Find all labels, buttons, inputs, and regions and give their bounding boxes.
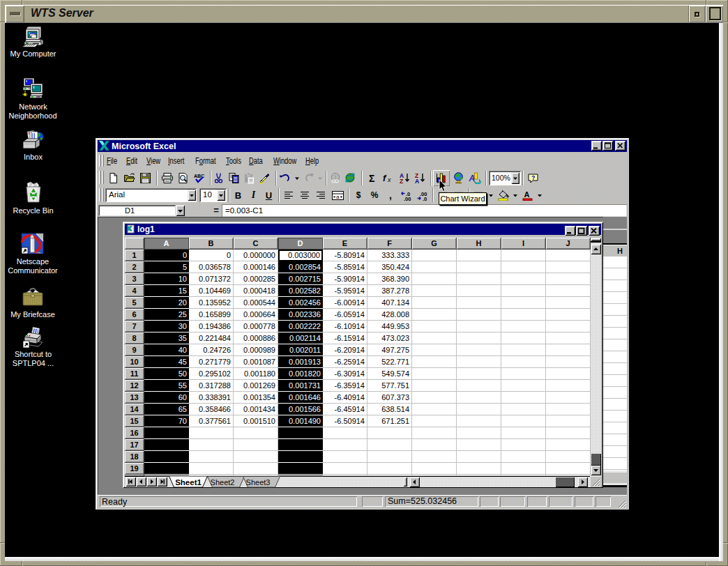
svg-text:Sheet1: Sheet1 xyxy=(175,478,202,487)
svg-text:H: H xyxy=(617,247,623,255)
svg-text:a: a xyxy=(336,194,340,200)
svg-text:.0: .0 xyxy=(423,195,427,201)
svg-text:A: A xyxy=(415,178,419,184)
svg-text:Sheet3: Sheet3 xyxy=(246,478,271,487)
svg-text:?: ? xyxy=(531,174,536,181)
svg-text:.00: .00 xyxy=(404,195,411,201)
svg-text:x: x xyxy=(387,176,391,183)
svg-text:Z: Z xyxy=(400,178,403,184)
svg-text:Sheet2: Sheet2 xyxy=(211,478,235,487)
svg-text:Σ: Σ xyxy=(369,173,374,184)
svg-text:A: A xyxy=(524,190,530,199)
svg-text:f: f xyxy=(383,173,387,183)
